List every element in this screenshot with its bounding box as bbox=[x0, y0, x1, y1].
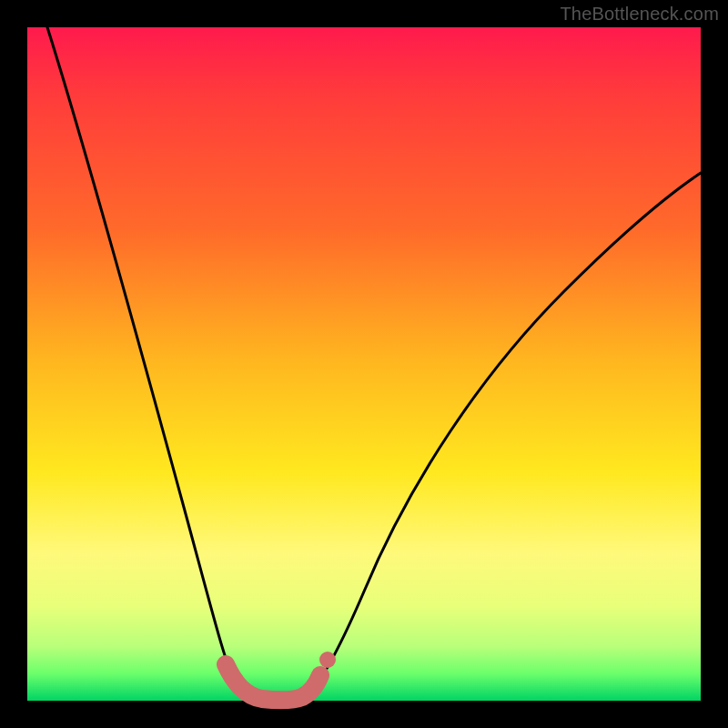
attribution-text: TheBottleneck.com bbox=[560, 4, 719, 25]
chart-svg bbox=[27, 27, 701, 701]
bottleneck-curve bbox=[47, 27, 701, 701]
chart-frame: TheBottleneck.com bbox=[0, 0, 728, 728]
highlight-dot bbox=[319, 652, 336, 668]
highlight-band bbox=[226, 664, 320, 700]
